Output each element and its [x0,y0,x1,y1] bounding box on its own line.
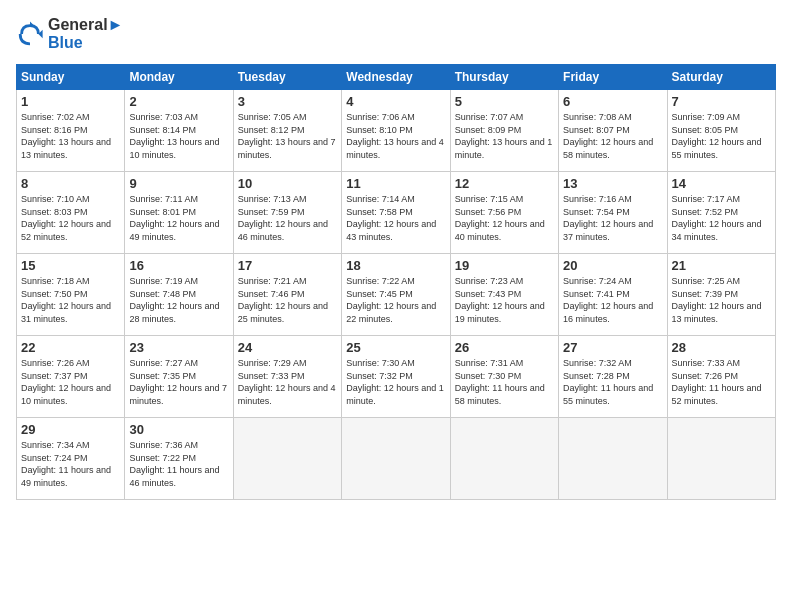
calendar-cell: 7Sunrise: 7:09 AMSunset: 8:05 PMDaylight… [667,90,775,172]
day-info: Sunrise: 7:22 AMSunset: 7:45 PMDaylight:… [346,275,445,325]
day-number: 25 [346,340,445,355]
calendar-cell: 2Sunrise: 7:03 AMSunset: 8:14 PMDaylight… [125,90,233,172]
day-number: 18 [346,258,445,273]
day-number: 1 [21,94,120,109]
day-info: Sunrise: 7:05 AMSunset: 8:12 PMDaylight:… [238,111,337,161]
day-info: Sunrise: 7:19 AMSunset: 7:48 PMDaylight:… [129,275,228,325]
day-info: Sunrise: 7:30 AMSunset: 7:32 PMDaylight:… [346,357,445,407]
weekday-header: Monday [125,65,233,90]
day-number: 24 [238,340,337,355]
calendar-cell: 10Sunrise: 7:13 AMSunset: 7:59 PMDayligh… [233,172,341,254]
day-number: 21 [672,258,771,273]
calendar-cell: 4Sunrise: 7:06 AMSunset: 8:10 PMDaylight… [342,90,450,172]
day-info: Sunrise: 7:21 AMSunset: 7:46 PMDaylight:… [238,275,337,325]
day-info: Sunrise: 7:36 AMSunset: 7:22 PMDaylight:… [129,439,228,489]
day-info: Sunrise: 7:08 AMSunset: 8:07 PMDaylight:… [563,111,662,161]
day-info: Sunrise: 7:33 AMSunset: 7:26 PMDaylight:… [672,357,771,407]
calendar-cell: 26Sunrise: 7:31 AMSunset: 7:30 PMDayligh… [450,336,558,418]
calendar-cell [233,418,341,500]
calendar-cell: 30Sunrise: 7:36 AMSunset: 7:22 PMDayligh… [125,418,233,500]
day-number: 17 [238,258,337,273]
calendar-cell: 19Sunrise: 7:23 AMSunset: 7:43 PMDayligh… [450,254,558,336]
calendar-cell: 27Sunrise: 7:32 AMSunset: 7:28 PMDayligh… [559,336,667,418]
day-number: 8 [21,176,120,191]
day-number: 22 [21,340,120,355]
calendar-cell: 12Sunrise: 7:15 AMSunset: 7:56 PMDayligh… [450,172,558,254]
calendar-cell: 1Sunrise: 7:02 AMSunset: 8:16 PMDaylight… [17,90,125,172]
day-info: Sunrise: 7:27 AMSunset: 7:35 PMDaylight:… [129,357,228,407]
day-info: Sunrise: 7:13 AMSunset: 7:59 PMDaylight:… [238,193,337,243]
calendar-cell: 17Sunrise: 7:21 AMSunset: 7:46 PMDayligh… [233,254,341,336]
day-number: 12 [455,176,554,191]
calendar-cell: 28Sunrise: 7:33 AMSunset: 7:26 PMDayligh… [667,336,775,418]
calendar-week-row: 29Sunrise: 7:34 AMSunset: 7:24 PMDayligh… [17,418,776,500]
logo-text: General► Blue [48,16,123,52]
calendar-table: SundayMondayTuesdayWednesdayThursdayFrid… [16,64,776,500]
logo: General► Blue [16,16,123,52]
day-info: Sunrise: 7:16 AMSunset: 7:54 PMDaylight:… [563,193,662,243]
day-number: 30 [129,422,228,437]
day-info: Sunrise: 7:18 AMSunset: 7:50 PMDaylight:… [21,275,120,325]
day-info: Sunrise: 7:15 AMSunset: 7:56 PMDaylight:… [455,193,554,243]
calendar-cell [667,418,775,500]
day-number: 26 [455,340,554,355]
calendar-cell: 29Sunrise: 7:34 AMSunset: 7:24 PMDayligh… [17,418,125,500]
day-number: 29 [21,422,120,437]
calendar-week-row: 1Sunrise: 7:02 AMSunset: 8:16 PMDaylight… [17,90,776,172]
day-number: 15 [21,258,120,273]
header: General► Blue [16,16,776,52]
weekday-header: Tuesday [233,65,341,90]
calendar-cell: 22Sunrise: 7:26 AMSunset: 7:37 PMDayligh… [17,336,125,418]
day-number: 19 [455,258,554,273]
page: General► Blue SundayMondayTuesdayWednesd… [0,0,792,612]
day-info: Sunrise: 7:23 AMSunset: 7:43 PMDaylight:… [455,275,554,325]
day-info: Sunrise: 7:34 AMSunset: 7:24 PMDaylight:… [21,439,120,489]
weekday-header: Friday [559,65,667,90]
day-number: 11 [346,176,445,191]
calendar-cell [342,418,450,500]
calendar-cell: 14Sunrise: 7:17 AMSunset: 7:52 PMDayligh… [667,172,775,254]
day-number: 7 [672,94,771,109]
calendar-cell: 24Sunrise: 7:29 AMSunset: 7:33 PMDayligh… [233,336,341,418]
calendar-cell: 23Sunrise: 7:27 AMSunset: 7:35 PMDayligh… [125,336,233,418]
day-number: 13 [563,176,662,191]
calendar-cell: 5Sunrise: 7:07 AMSunset: 8:09 PMDaylight… [450,90,558,172]
weekday-header: Thursday [450,65,558,90]
day-number: 9 [129,176,228,191]
day-number: 3 [238,94,337,109]
calendar-cell: 16Sunrise: 7:19 AMSunset: 7:48 PMDayligh… [125,254,233,336]
day-number: 16 [129,258,228,273]
day-number: 2 [129,94,228,109]
weekday-header: Sunday [17,65,125,90]
day-info: Sunrise: 7:25 AMSunset: 7:39 PMDaylight:… [672,275,771,325]
weekday-header: Wednesday [342,65,450,90]
weekday-header: Saturday [667,65,775,90]
weekday-header-row: SundayMondayTuesdayWednesdayThursdayFrid… [17,65,776,90]
day-info: Sunrise: 7:02 AMSunset: 8:16 PMDaylight:… [21,111,120,161]
day-info: Sunrise: 7:11 AMSunset: 8:01 PMDaylight:… [129,193,228,243]
calendar-week-row: 15Sunrise: 7:18 AMSunset: 7:50 PMDayligh… [17,254,776,336]
calendar-cell: 18Sunrise: 7:22 AMSunset: 7:45 PMDayligh… [342,254,450,336]
calendar-cell: 3Sunrise: 7:05 AMSunset: 8:12 PMDaylight… [233,90,341,172]
logo-icon [16,20,44,48]
calendar-cell: 25Sunrise: 7:30 AMSunset: 7:32 PMDayligh… [342,336,450,418]
day-info: Sunrise: 7:24 AMSunset: 7:41 PMDaylight:… [563,275,662,325]
day-number: 20 [563,258,662,273]
calendar-cell: 9Sunrise: 7:11 AMSunset: 8:01 PMDaylight… [125,172,233,254]
day-info: Sunrise: 7:26 AMSunset: 7:37 PMDaylight:… [21,357,120,407]
calendar-cell: 15Sunrise: 7:18 AMSunset: 7:50 PMDayligh… [17,254,125,336]
day-number: 23 [129,340,228,355]
day-info: Sunrise: 7:29 AMSunset: 7:33 PMDaylight:… [238,357,337,407]
day-info: Sunrise: 7:10 AMSunset: 8:03 PMDaylight:… [21,193,120,243]
day-info: Sunrise: 7:03 AMSunset: 8:14 PMDaylight:… [129,111,228,161]
calendar-cell: 11Sunrise: 7:14 AMSunset: 7:58 PMDayligh… [342,172,450,254]
calendar-cell: 21Sunrise: 7:25 AMSunset: 7:39 PMDayligh… [667,254,775,336]
day-info: Sunrise: 7:17 AMSunset: 7:52 PMDaylight:… [672,193,771,243]
day-info: Sunrise: 7:06 AMSunset: 8:10 PMDaylight:… [346,111,445,161]
calendar-week-row: 8Sunrise: 7:10 AMSunset: 8:03 PMDaylight… [17,172,776,254]
day-number: 6 [563,94,662,109]
day-info: Sunrise: 7:31 AMSunset: 7:30 PMDaylight:… [455,357,554,407]
calendar-cell: 8Sunrise: 7:10 AMSunset: 8:03 PMDaylight… [17,172,125,254]
calendar-cell [559,418,667,500]
calendar-cell: 13Sunrise: 7:16 AMSunset: 7:54 PMDayligh… [559,172,667,254]
